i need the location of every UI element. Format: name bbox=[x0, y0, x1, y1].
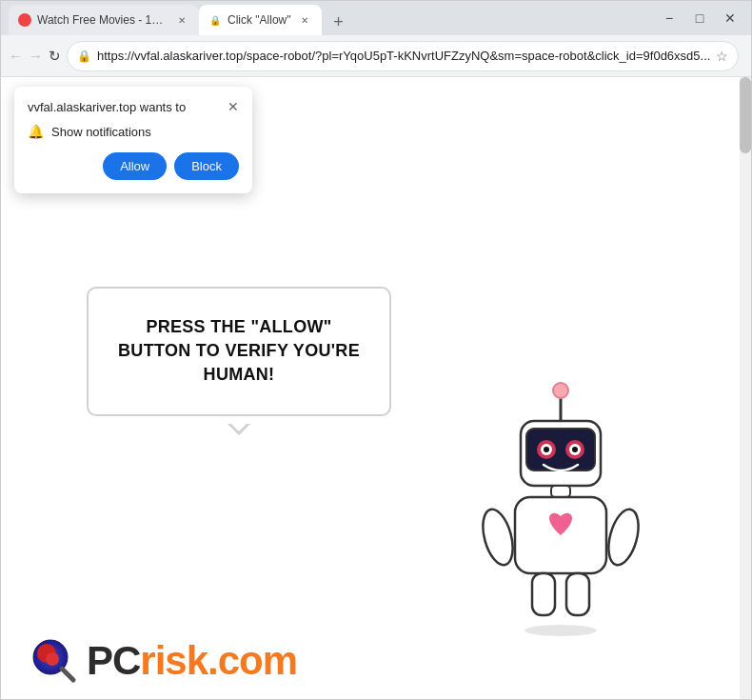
address-text: https://vvfal.alaskariver.top/space-robo… bbox=[97, 49, 710, 63]
speech-bubble: PRESS THE "ALLOW" BUTTON TO VERIFY YOU'R… bbox=[87, 287, 391, 416]
svg-rect-10 bbox=[551, 486, 570, 497]
scrollbar[interactable] bbox=[740, 77, 751, 699]
new-tab-button[interactable]: + bbox=[326, 9, 352, 35]
nav-bar: ← → ↻ 🔒 https://vvfal.alaskariver.top/sp… bbox=[1, 35, 751, 77]
bookmark-icon[interactable]: ☆ bbox=[716, 49, 728, 64]
nav-icons-right: 👤 ⋮ bbox=[744, 42, 752, 70]
browser-content: vvfal.alaskariver.top wants to ✕ 🔔 Show … bbox=[1, 77, 751, 699]
pcrisk-text: PCrisk.com bbox=[87, 638, 297, 684]
tab-2-close[interactable]: ✕ bbox=[297, 12, 312, 28]
svg-point-13 bbox=[604, 506, 644, 568]
svg-point-16 bbox=[524, 625, 597, 636]
bell-icon: 🔔 bbox=[28, 124, 44, 139]
svg-point-20 bbox=[46, 652, 59, 666]
tab-2-favicon: 🔒 bbox=[208, 13, 222, 27]
refresh-button[interactable]: ↻ bbox=[49, 42, 61, 70]
notification-popup: vvfal.alaskariver.top wants to ✕ 🔔 Show … bbox=[14, 87, 252, 193]
tab-1[interactable]: Watch Free Movies - 123movie... ✕ bbox=[9, 5, 199, 35]
scrollbar-thumb[interactable] bbox=[740, 77, 751, 153]
browser-window: Watch Free Movies - 123movie... ✕ 🔒 Clic… bbox=[0, 0, 752, 700]
tab-group: Watch Free Movies - 123movie... ✕ 🔒 Clic… bbox=[9, 1, 648, 35]
lock-icon: 🔒 bbox=[77, 50, 91, 63]
svg-point-12 bbox=[478, 506, 519, 568]
back-button[interactable]: ← bbox=[9, 42, 23, 70]
tab-2-title: Click "Allow" bbox=[228, 13, 291, 27]
speech-text: PRESS THE "ALLOW" BUTTON TO VERIFY YOU'R… bbox=[118, 317, 360, 384]
svg-point-8 bbox=[544, 447, 549, 452]
tab-1-title: Watch Free Movies - 123movie... bbox=[37, 13, 168, 27]
block-button[interactable]: Block bbox=[174, 152, 239, 180]
popup-title: vvfal.alaskariver.top wants to bbox=[28, 100, 186, 114]
maximize-button[interactable]: □ bbox=[686, 5, 713, 31]
tab-1-close[interactable]: ✕ bbox=[174, 12, 189, 28]
popup-buttons: Allow Block bbox=[28, 152, 239, 180]
address-bar[interactable]: 🔒 https://vvfal.alaskariver.top/space-ro… bbox=[67, 41, 739, 71]
svg-rect-14 bbox=[532, 573, 555, 615]
notification-label: Show notifications bbox=[51, 125, 151, 139]
profile-icon[interactable]: 👤 bbox=[744, 42, 752, 70]
pcrisk-icon bbox=[30, 636, 79, 686]
window-controls: − □ ✕ bbox=[656, 5, 743, 31]
svg-point-9 bbox=[572, 447, 578, 452]
pcrisk-risk: risk.com bbox=[140, 638, 297, 683]
tab-2[interactable]: 🔒 Click "Allow" ✕ bbox=[199, 5, 322, 35]
popup-close-button[interactable]: ✕ bbox=[228, 100, 239, 113]
svg-line-21 bbox=[62, 669, 73, 680]
minimize-button[interactable]: − bbox=[656, 5, 683, 31]
popup-header: vvfal.alaskariver.top wants to ✕ bbox=[28, 100, 239, 114]
close-button[interactable]: ✕ bbox=[717, 5, 743, 31]
allow-button[interactable]: Allow bbox=[103, 152, 167, 180]
speech-bubble-container: PRESS THE "ALLOW" BUTTON TO VERIFY YOU'R… bbox=[87, 287, 391, 416]
svg-rect-3 bbox=[526, 429, 595, 470]
tab-1-favicon bbox=[18, 13, 31, 27]
pcrisk-pc: PC bbox=[87, 638, 140, 683]
title-bar: Watch Free Movies - 123movie... ✕ 🔒 Clic… bbox=[1, 1, 751, 35]
svg-rect-15 bbox=[566, 573, 589, 615]
notification-row: 🔔 Show notifications bbox=[28, 124, 239, 139]
forward-button[interactable]: → bbox=[29, 42, 43, 70]
pcrisk-logo: PCrisk.com bbox=[30, 636, 297, 686]
svg-point-1 bbox=[553, 383, 568, 398]
robot-illustration bbox=[465, 375, 656, 642]
